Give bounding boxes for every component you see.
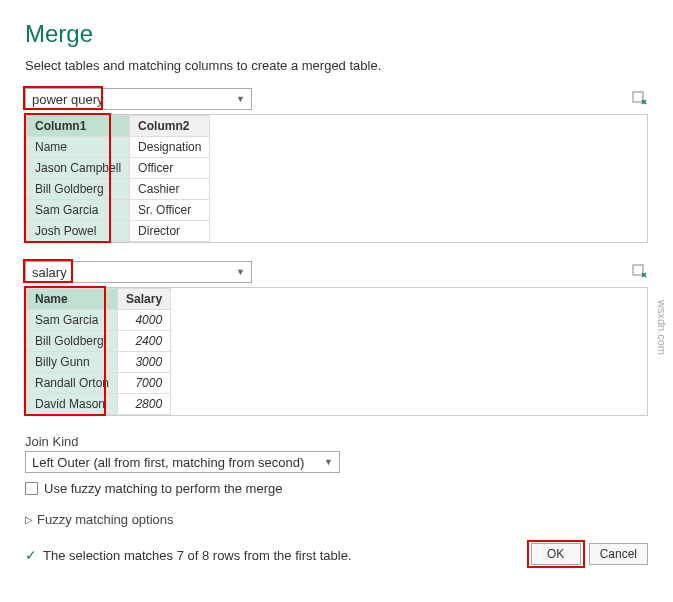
join-kind-value: Left Outer (all from first, matching fro… (32, 455, 304, 470)
table1-col2-header[interactable]: Column2 (130, 116, 210, 137)
table-settings-icon[interactable] (632, 91, 648, 107)
cell: Cashier (130, 179, 210, 200)
cell: Bill Goldberg (27, 179, 130, 200)
table2-col1-header[interactable]: Name (27, 289, 118, 310)
cell: Josh Powel (27, 221, 130, 242)
cell: Designation (130, 137, 210, 158)
table1-preview[interactable]: Column1 Column2 NameDesignation Jason Ca… (25, 114, 648, 243)
table2-select[interactable]: salary ▼ (25, 261, 252, 283)
cell: 7000 (118, 373, 171, 394)
ok-button[interactable]: OK (531, 543, 581, 565)
triangle-right-icon: ▷ (25, 514, 33, 525)
cell: Director (130, 221, 210, 242)
cell: 3000 (118, 352, 171, 373)
table2-preview[interactable]: Name Salary Sam Garcia4000 Bill Goldberg… (25, 287, 648, 416)
fuzzy-checkbox-label: Use fuzzy matching to perform the merge (44, 481, 282, 496)
fuzzy-checkbox[interactable] (25, 482, 38, 495)
cell: Name (27, 137, 130, 158)
cell: Officer (130, 158, 210, 179)
table2-col2-header[interactable]: Salary (118, 289, 171, 310)
fuzzy-options-label: Fuzzy matching options (37, 512, 174, 527)
page-title: Merge (25, 20, 648, 48)
cell: Jason Campbell (27, 158, 130, 179)
table1-col1-header[interactable]: Column1 (27, 116, 130, 137)
chevron-down-icon: ▼ (236, 94, 245, 104)
cancel-button[interactable]: Cancel (589, 543, 648, 565)
table1-select[interactable]: power query ▼ (25, 88, 252, 110)
watermark: wsxdn.com (656, 300, 668, 355)
cell: 4000 (118, 310, 171, 331)
cell: 2400 (118, 331, 171, 352)
table1-select-value: power query (32, 92, 104, 107)
join-kind-select[interactable]: Left Outer (all from first, matching fro… (25, 451, 340, 473)
fuzzy-options-expander[interactable]: ▷ Fuzzy matching options (25, 512, 648, 527)
cell: Bill Goldberg (27, 331, 118, 352)
cell: Randall Orton (27, 373, 118, 394)
cell: Sr. Officer (130, 200, 210, 221)
subtitle: Select tables and matching columns to cr… (25, 58, 648, 73)
table2-select-value: salary (32, 265, 67, 280)
join-kind-label: Join Kind (25, 434, 648, 449)
cell: Sam Garcia (27, 310, 118, 331)
chevron-down-icon: ▼ (236, 267, 245, 277)
cell: Billy Gunn (27, 352, 118, 373)
cell: David Mason (27, 394, 118, 415)
chevron-down-icon: ▼ (324, 457, 333, 467)
cell: 2800 (118, 394, 171, 415)
table-settings-icon[interactable] (632, 264, 648, 280)
cell: Sam Garcia (27, 200, 130, 221)
